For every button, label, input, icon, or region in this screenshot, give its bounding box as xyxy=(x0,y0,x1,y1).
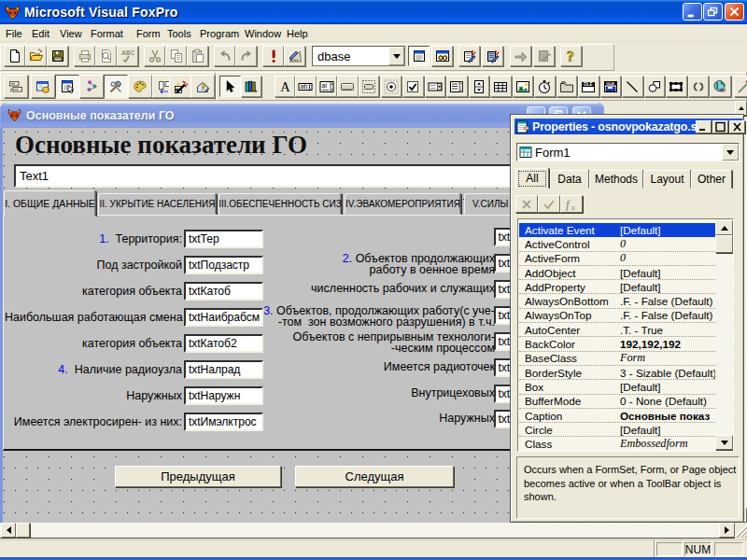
set-tab-order-button[interactable] xyxy=(4,75,28,98)
properties-tab-all[interactable]: All xyxy=(515,168,549,189)
modify-database-button[interactable] xyxy=(458,46,480,66)
property-row-baseclass[interactable]: BaseClassForm xyxy=(519,352,715,366)
previous-page-button[interactable]: Предыдущая xyxy=(115,466,281,487)
property-row-addobject[interactable]: AddObject[Default] xyxy=(519,266,715,280)
hyperlink-control-button[interactable] xyxy=(710,76,731,97)
select-objects-button[interactable] xyxy=(219,76,241,97)
properties-maximize-button[interactable] xyxy=(712,120,728,133)
redo-button[interactable] xyxy=(235,46,257,66)
line-control-button[interactable] xyxy=(622,76,643,97)
menu-edit[interactable]: Edit xyxy=(28,24,53,42)
spinner-control-button[interactable] xyxy=(469,76,490,97)
help-button[interactable]: ? xyxy=(560,46,582,66)
property-row-activecontrol[interactable]: ActiveControl0 xyxy=(519,237,715,251)
properties-minimize-button[interactable] xyxy=(696,120,712,133)
property-row-buffermode[interactable]: BufferMode0 - None (Default) xyxy=(519,395,715,409)
menu-help[interactable]: Help xyxy=(283,24,312,42)
resize-grip[interactable] xyxy=(735,523,747,539)
property-row-class[interactable]: ClassEmbossedform xyxy=(519,438,715,452)
form-tab-2[interactable]: II. УКРЫТИЕ НАСЕЛЕНИЯ xyxy=(98,193,217,215)
modify-form-button[interactable] xyxy=(284,46,305,66)
copy-button[interactable] xyxy=(165,46,187,66)
cut-button[interactable] xyxy=(144,46,165,66)
pageframe-control-button[interactable] xyxy=(557,76,578,97)
restore-button[interactable] xyxy=(703,3,723,21)
menu-tools[interactable]: Tools xyxy=(163,24,195,42)
grid-scroll-down-button[interactable] xyxy=(715,435,733,450)
form-tab-3[interactable]: III.ОБЕСПЕЧЕННОСТЬ СИЗ xyxy=(218,193,342,215)
properties-grid[interactable]: Activate Event[Default]ActiveControl0Act… xyxy=(517,218,734,452)
edit-check-button[interactable] xyxy=(533,46,555,66)
property-row-alwaysonbottom[interactable]: AlwaysOnBottom.F. - False (Default) xyxy=(519,295,715,309)
property-row-addproperty[interactable]: AddProperty[Default] xyxy=(519,280,715,294)
property-row-autocenter[interactable]: AutoCenter.T. - True xyxy=(519,323,715,337)
database-combo-dropdown-button[interactable] xyxy=(388,47,404,65)
form-tab-1[interactable]: I. ОБЩИЕ ДАННЫЕ xyxy=(4,190,96,217)
combobox-control-button[interactable] xyxy=(425,76,446,97)
new-button[interactable] xyxy=(4,46,25,66)
client-horizontal-scrollbar[interactable] xyxy=(0,523,735,539)
color-palette-button[interactable] xyxy=(128,75,152,98)
property-row-alwaysontop[interactable]: AlwaysOnTop.F. - False (Default) xyxy=(519,309,715,323)
property-row-caption[interactable]: CaptionОсновные показ xyxy=(519,409,715,423)
menu-window[interactable]: Window xyxy=(241,24,285,42)
spelling-button[interactable]: ABC xyxy=(117,46,138,66)
builder-lock-button[interactable] xyxy=(734,76,747,97)
ole-container-control-button[interactable]: OLE xyxy=(578,76,599,97)
separator-control-button[interactable] xyxy=(688,76,710,97)
shape-control-button[interactable] xyxy=(644,76,666,97)
properties-tab-data[interactable]: Data xyxy=(550,170,589,189)
database-combo[interactable]: dbase xyxy=(312,46,405,66)
ole-bound-control-button[interactable]: OLE xyxy=(600,76,622,97)
option-group-control-button[interactable] xyxy=(381,76,402,97)
properties-tab-methods[interactable]: Methods xyxy=(589,170,643,189)
property-row-borderstyle[interactable]: BorderStyle3 - Sizable (Default) xyxy=(519,366,715,380)
menu-form[interactable]: Form xyxy=(133,24,164,42)
form-wizard-button[interactable] xyxy=(510,46,531,66)
object-selector-dropdown-button[interactable] xyxy=(722,144,739,161)
checkbox-control-button[interactable] xyxy=(402,76,424,97)
object-selector-combo[interactable]: Form1 xyxy=(516,143,740,161)
minimize-button[interactable] xyxy=(683,3,702,21)
property-row-activate-event[interactable]: Activate Event[Default] xyxy=(519,223,715,237)
print-preview-button[interactable] xyxy=(95,46,117,66)
grid-control-button[interactable] xyxy=(490,76,512,97)
properties-tab-layout[interactable]: Layout xyxy=(643,170,691,189)
undo-button[interactable] xyxy=(214,46,235,66)
properties-grid-scrollbar[interactable] xyxy=(715,219,733,451)
save-button[interactable] xyxy=(47,46,68,66)
label-control-button[interactable]: A xyxy=(275,76,296,97)
form-controls-toolbar-button[interactable] xyxy=(104,75,128,98)
listbox-control-button[interactable] xyxy=(446,76,468,97)
property-row-circle[interactable]: Circle[Default] xyxy=(519,423,715,437)
accept-value-button[interactable] xyxy=(538,195,560,213)
menu-file[interactable]: File xyxy=(2,24,26,42)
form-textbox[interactable]: txtТер xyxy=(184,230,263,248)
print-button[interactable] xyxy=(74,46,95,66)
menu-format[interactable]: Format xyxy=(87,24,127,42)
menu-program[interactable]: Program xyxy=(196,24,243,42)
menu-view[interactable]: View xyxy=(56,24,86,42)
grid-scroll-thumb[interactable] xyxy=(715,235,733,253)
properties-tab-other[interactable]: Other xyxy=(691,170,732,189)
command-group-control-button[interactable] xyxy=(359,76,380,97)
image-control-button[interactable] xyxy=(513,76,534,97)
autoformat-button[interactable] xyxy=(190,75,215,98)
form-tab-4[interactable]: IV.ЭВАКОМЕРОПРИЯТИЯ xyxy=(345,193,461,215)
command-button-control-button[interactable] xyxy=(337,76,359,97)
close-button[interactable] xyxy=(725,3,744,21)
container-control-button[interactable] xyxy=(666,76,687,97)
scroll-right-button[interactable] xyxy=(719,523,735,538)
data-environment-button[interactable] xyxy=(31,75,55,98)
horizontal-scroll-thumb[interactable] xyxy=(16,523,30,538)
properties-window-button[interactable] xyxy=(408,46,430,66)
next-page-button[interactable]: Следущая xyxy=(295,466,454,487)
open-button[interactable] xyxy=(25,46,47,66)
paste-button[interactable] xyxy=(187,46,208,66)
data-session-button[interactable] xyxy=(431,46,453,66)
property-row-activeform[interactable]: ActiveForm0 xyxy=(519,252,715,266)
properties-close-button[interactable] xyxy=(729,120,745,133)
expression-builder-button[interactable]: fx xyxy=(560,195,583,213)
code-window-button[interactable] xyxy=(79,75,104,98)
cancel-value-button[interactable] xyxy=(515,195,538,213)
